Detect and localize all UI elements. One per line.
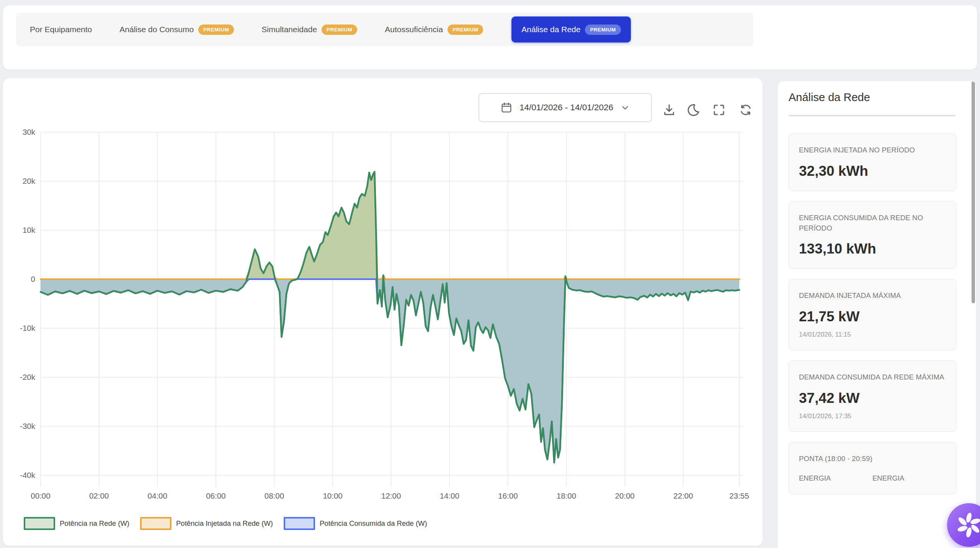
tab-label: Por Equipamento: [30, 25, 92, 34]
refresh-icon: [739, 103, 753, 117]
metric-label: ENERGIA INJETADA NO PERÍODO: [799, 145, 946, 155]
metric-label: ENERGIA CONSUMIDA DA REDE NO PERÍODO: [799, 213, 946, 234]
svg-text:30k: 30k: [23, 128, 36, 136]
date-range-value: 14/01/2026 - 14/01/2026: [519, 103, 613, 113]
legend-item[interactable]: Potência Consumida da Rede (W): [284, 517, 427, 530]
legend-swatch: [24, 517, 55, 530]
metric-card: ENERGIA CONSUMIDA DA REDE NO PERÍODO133,…: [789, 201, 956, 269]
download-icon: [662, 103, 676, 117]
svg-text:06:00: 06:00: [206, 491, 225, 500]
fullscreen-button[interactable]: [710, 101, 728, 119]
svg-text:20k: 20k: [23, 177, 36, 185]
svg-text:08:00: 08:00: [265, 491, 284, 500]
metric-value: 133,10 kWh: [799, 241, 946, 257]
column-header: ENERGIA: [872, 474, 946, 483]
metric-value: 32,30 kWh: [799, 163, 946, 179]
premium-badge: PREMIUM: [585, 25, 621, 35]
metric-value: 21,75 kW: [799, 309, 946, 325]
metric-timestamp: 14/01/2026, 11:15: [799, 331, 946, 339]
tab-simultaneidade[interactable]: SimultaneidadePREMIUM: [261, 25, 357, 35]
legend-label: Potência Consumida da Rede (W): [320, 519, 427, 528]
svg-text:20:00: 20:00: [615, 491, 634, 500]
download-button[interactable]: [660, 101, 678, 119]
tab-an-lise-da-rede[interactable]: Análise da RedePREMIUM: [511, 16, 630, 43]
calendar-icon: [500, 101, 513, 114]
refresh-button[interactable]: [737, 101, 755, 119]
premium-badge: PREMIUM: [322, 25, 357, 35]
premium-badge: PREMIUM: [198, 25, 234, 35]
tab-label: Análise da Rede: [521, 25, 580, 34]
flower-logo-icon: [956, 512, 980, 538]
svg-text:18:00: 18:00: [557, 491, 576, 500]
svg-text:14:00: 14:00: [440, 491, 459, 500]
moon-icon: [686, 103, 700, 117]
svg-text:02:00: 02:00: [89, 491, 109, 500]
legend-label: Potência na Rede (W): [60, 519, 129, 528]
column-header: ENERGIA: [799, 474, 872, 483]
date-range-picker[interactable]: 14/01/2026 - 14/01/2026: [479, 93, 652, 122]
sidebar-divider: [789, 115, 956, 116]
chevron-down-icon: [620, 103, 630, 113]
legend-label: Potência Injetada na Rede (W): [176, 519, 273, 528]
metric-timestamp: 14/01/2026, 17:35: [799, 412, 946, 420]
svg-text:22:00: 22:00: [673, 491, 693, 500]
fullscreen-icon: [712, 103, 726, 117]
tab-por-equipamento[interactable]: Por Equipamento: [30, 25, 92, 34]
svg-text:-10k: -10k: [20, 324, 36, 332]
metric-label: DEMANDA CONSUMIDA DA REDE MÁXIMA: [799, 372, 946, 383]
sidebar-scrollbar[interactable]: [972, 81, 975, 303]
tab-bar: Por EquipamentoAnálise do ConsumoPREMIUM…: [16, 13, 753, 46]
premium-badge: PREMIUM: [448, 25, 483, 35]
svg-text:0: 0: [31, 275, 35, 283]
metric-card: ENERGIA INJETADA NO PERÍODO32,30 kWh: [789, 133, 956, 191]
power-chart-canvas[interactable]: 30k20k10k0-10k-20k-30k-40k00:0002:0004:0…: [3, 78, 763, 546]
svg-text:10k: 10k: [23, 226, 36, 234]
svg-text:12:00: 12:00: [381, 491, 401, 500]
legend-swatch: [140, 517, 172, 530]
svg-text:16:00: 16:00: [498, 491, 518, 500]
metric-label: DEMANDA INJETADA MÁXIMA: [799, 291, 946, 301]
legend-item[interactable]: Potência na Rede (W): [24, 517, 129, 530]
metric-label: PONTA (18:00 - 20:59): [799, 454, 946, 464]
metric-card: PONTA (18:00 - 20:59)ENERGIAENERGIA: [789, 442, 956, 494]
tab-an-lise-do-consumo[interactable]: Análise do ConsumoPREMIUM: [119, 25, 234, 35]
svg-text:00:00: 00:00: [31, 491, 50, 500]
analysis-sidebar: Análise da Rede ENERGIA INJETADA NO PERÍ…: [778, 81, 976, 548]
metric-card-list: ENERGIA INJETADA NO PERÍODO32,30 kWhENER…: [789, 133, 956, 494]
legend-swatch: [284, 517, 315, 530]
svg-text:-40k: -40k: [20, 471, 36, 479]
top-nav-card: Por EquipamentoAnálise do ConsumoPREMIUM…: [3, 5, 977, 70]
tab-autossufici-ncia[interactable]: AutossuficiênciaPREMIUM: [385, 25, 483, 35]
svg-text:04:00: 04:00: [148, 491, 167, 500]
metric-value: 37,42 kW: [799, 390, 946, 406]
tab-label: Análise do Consumo: [119, 25, 194, 34]
svg-text:10:00: 10:00: [323, 491, 342, 500]
svg-text:-30k: -30k: [20, 422, 36, 430]
tab-label: Simultaneidade: [261, 25, 317, 34]
metric-card: DEMANDA INJETADA MÁXIMA21,75 kW14/01/202…: [789, 279, 956, 350]
chart-legend: Potência na Rede (W)Potência Injetada na…: [24, 517, 427, 530]
tab-label: Autossuficiência: [385, 25, 443, 34]
metric-card: DEMANDA CONSUMIDA DA REDE MÁXIMA37,42 kW…: [789, 360, 956, 432]
svg-text:23:55: 23:55: [729, 491, 749, 500]
chart-card: 30k20k10k0-10k-20k-30k-40k00:0002:0004:0…: [3, 78, 763, 546]
dark-mode-button[interactable]: [684, 101, 702, 119]
svg-text:-20k: -20k: [20, 373, 36, 381]
metric-columns: ENERGIAENERGIA: [799, 474, 946, 483]
sidebar-title: Análise da Rede: [789, 91, 870, 104]
legend-item[interactable]: Potência Injetada na Rede (W): [140, 517, 273, 530]
